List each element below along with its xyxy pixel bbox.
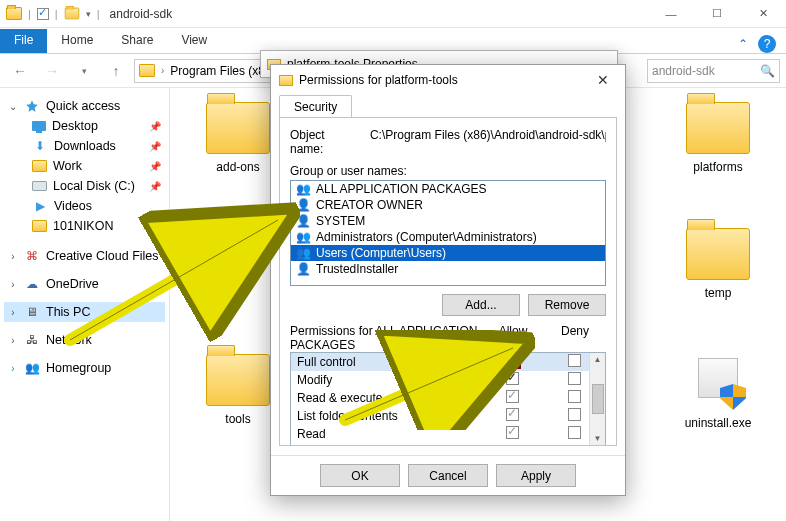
dialog-titlebar[interactable]: Permissions for platform-tools ✕	[271, 65, 625, 95]
chevron-up-icon[interactable]: ⌃	[738, 37, 748, 51]
help-icon[interactable]: ?	[758, 35, 776, 53]
forward-button[interactable]: →	[38, 58, 66, 84]
group-icon: 👥	[295, 246, 311, 260]
nav-label: This PC	[46, 305, 90, 319]
star-icon	[24, 99, 40, 113]
perm-row[interactable]: Modify	[291, 371, 605, 389]
folder-icon	[139, 64, 155, 77]
nav-label: OneDrive	[46, 277, 99, 291]
separator-icon: |	[97, 8, 100, 20]
tab-row: Security	[271, 95, 625, 118]
remove-button[interactable]: Remove	[528, 294, 606, 316]
chevron-right-icon[interactable]: ›	[161, 65, 164, 76]
deny-checkbox[interactable]	[568, 390, 581, 403]
nav-label: Desktop	[52, 119, 98, 133]
close-button[interactable]: ✕	[740, 0, 786, 28]
minimize-button[interactable]: —	[648, 0, 694, 28]
nav-videos[interactable]: ▶Videos	[4, 196, 165, 216]
user-icon: 👤	[295, 214, 311, 228]
perm-name: Full control	[297, 355, 481, 369]
allow-checkbox[interactable]	[506, 372, 519, 385]
group-item[interactable]: 👤SYSTEM	[291, 213, 605, 229]
recent-locations-button[interactable]: ▾	[70, 58, 98, 84]
add-button[interactable]: Add...	[442, 294, 520, 316]
group-item[interactable]: 👥ALL APPLICATION PACKAGES	[291, 181, 605, 197]
deny-checkbox[interactable]	[568, 354, 581, 367]
scroll-thumb[interactable]	[592, 384, 604, 414]
folder-icon	[32, 160, 47, 172]
nav-work[interactable]: Work📌	[4, 156, 165, 176]
nav-downloads[interactable]: ⬇Downloads📌	[4, 136, 165, 156]
tab-file[interactable]: File	[0, 29, 47, 53]
nav-homegroup[interactable]: ›👥Homegroup	[4, 358, 165, 378]
chevron-right-icon[interactable]: ›	[8, 251, 18, 262]
chevron-right-icon[interactable]: ›	[8, 363, 18, 374]
group-icon: 👥	[295, 230, 311, 244]
scroll-down-icon[interactable]: ▼	[594, 434, 602, 443]
nav-network[interactable]: ›🖧Network	[4, 330, 165, 350]
folder-icon	[206, 102, 270, 154]
separator-icon: |	[55, 8, 58, 20]
nav-creative-cloud[interactable]: ›⌘Creative Cloud Files	[4, 246, 165, 266]
nav-desktop[interactable]: Desktop📌	[4, 116, 165, 136]
chevron-right-icon[interactable]: ›	[8, 307, 18, 318]
allow-checkbox[interactable]	[506, 408, 519, 421]
group-item-selected[interactable]: 👥Users (Computer\Users)	[291, 245, 605, 261]
perm-row[interactable]: Read & execute	[291, 389, 605, 407]
file-label: uninstall.exe	[685, 416, 752, 430]
allow-checkbox[interactable]	[506, 354, 519, 367]
perm-row[interactable]: Read	[291, 425, 605, 443]
nav-label: Creative Cloud Files	[46, 249, 159, 263]
ok-button[interactable]: OK	[320, 464, 400, 487]
network-icon: 🖧	[24, 333, 40, 347]
permissions-table: Full control Modify Read & execute List …	[290, 352, 606, 446]
nav-this-pc[interactable]: ›🖥This PC	[4, 302, 165, 322]
nav-quick-access[interactable]: ⌄ Quick access	[4, 96, 165, 116]
nav-101nikon[interactable]: 101NIKON	[4, 216, 165, 236]
deny-checkbox[interactable]	[568, 426, 581, 439]
nav-local-disk[interactable]: Local Disk (C:)📌	[4, 176, 165, 196]
folder-item[interactable]: platforms	[660, 98, 776, 218]
file-item[interactable]: uninstall.exe	[660, 350, 776, 470]
perm-row[interactable]: List folder contents	[291, 407, 605, 425]
cloud-icon: ☁	[24, 277, 40, 291]
chevron-down-icon[interactable]: ⌄	[8, 101, 18, 112]
chevron-right-icon[interactable]: ›	[8, 335, 18, 346]
scrollbar[interactable]: ▲▼	[589, 353, 605, 445]
allow-checkbox[interactable]	[506, 426, 519, 439]
perm-row[interactable]: Full control	[291, 353, 605, 371]
allow-checkbox[interactable]	[506, 390, 519, 403]
group-list[interactable]: 👥ALL APPLICATION PACKAGES 👤CREATOR OWNER…	[290, 180, 606, 286]
user-icon: 👤	[295, 262, 311, 276]
perm-name: Modify	[297, 373, 481, 387]
search-input[interactable]: android-sdk 🔍	[647, 59, 780, 83]
nav-label: Work	[53, 159, 82, 173]
up-button[interactable]: ↑	[102, 58, 130, 84]
group-item[interactable]: 👥Administrators (Computer\Administrators…	[291, 229, 605, 245]
chevron-right-icon[interactable]: ›	[8, 279, 18, 290]
folder-item[interactable]: temp	[660, 224, 776, 344]
chevron-down-icon[interactable]: ▾	[86, 9, 91, 19]
group-item[interactable]: 👤TrustedInstaller	[291, 261, 605, 277]
file-label: add-ons	[216, 160, 259, 174]
tab-view[interactable]: View	[167, 29, 221, 53]
folder-icon	[686, 228, 750, 280]
cancel-button[interactable]: Cancel	[408, 464, 488, 487]
nav-onedrive[interactable]: ›☁OneDrive	[4, 274, 165, 294]
group-name: ALL APPLICATION PACKAGES	[316, 182, 487, 196]
tab-home[interactable]: Home	[47, 29, 107, 53]
checkbox-icon[interactable]: ✓	[37, 8, 49, 20]
nav-label: Network	[46, 333, 92, 347]
apply-button[interactable]: Apply	[496, 464, 576, 487]
back-button[interactable]: ←	[6, 58, 34, 84]
close-button[interactable]: ✕	[581, 65, 625, 95]
tab-share[interactable]: Share	[107, 29, 167, 53]
scroll-up-icon[interactable]: ▲	[594, 355, 602, 364]
group-item[interactable]: 👤CREATOR OWNER	[291, 197, 605, 213]
deny-checkbox[interactable]	[568, 408, 581, 421]
pc-icon: 🖥	[24, 305, 40, 319]
maximize-button[interactable]: ☐	[694, 0, 740, 28]
search-icon[interactable]: 🔍	[760, 64, 775, 78]
deny-checkbox[interactable]	[568, 372, 581, 385]
tab-security[interactable]: Security	[279, 95, 352, 118]
